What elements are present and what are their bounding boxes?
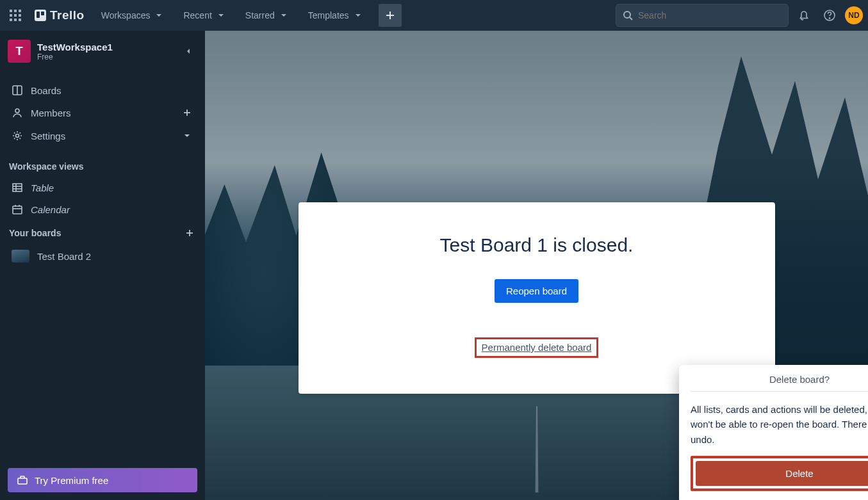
nav-starred[interactable]: Starred [238,6,297,24]
workspace-views-title: Workspace views [0,155,205,177]
add-member-button[interactable] [181,106,193,119]
svg-rect-8 [19,19,21,21]
sidebar-item-boards[interactable]: Boards [0,79,205,101]
board-thumbnail [12,250,29,262]
svg-rect-4 [14,14,17,17]
premium-button[interactable]: Try Premium free [8,468,197,492]
nav-workspaces[interactable]: Workspaces [94,6,172,24]
briefcase-icon [17,474,28,486]
create-button[interactable] [379,4,402,27]
plus-icon [184,228,195,238]
settings-expand[interactable] [181,129,193,142]
nav-label: Recent [183,10,211,20]
search-box[interactable] [616,4,789,27]
chevron-down-icon [279,10,289,20]
add-board-button[interactable] [183,227,196,239]
delete-button-highlight: Delete [691,456,868,491]
workspace-header: T TestWorkspace1 Free [0,31,205,72]
nav-recent[interactable]: Recent [176,6,233,24]
sidebar-collapse-button[interactable] [179,42,197,60]
svg-rect-0 [10,10,12,12]
workspace-plan: Free [37,52,173,61]
bell-icon [798,9,810,22]
reopen-board-button[interactable]: Reopen board [495,279,578,303]
search-input[interactable] [638,10,782,20]
svg-rect-1 [14,10,17,12]
svg-point-17 [15,109,19,113]
permanently-delete-highlight: Permanently delete board [475,337,599,358]
sidebar-item-label: Calendar [31,204,70,215]
chevron-down-icon [216,10,226,20]
sidebar-item-label: Boards [31,85,61,96]
nav-label: Templates [308,10,349,20]
svg-rect-6 [10,19,12,21]
sidebar-view-table[interactable]: Table [0,177,205,198]
notifications-button[interactable] [794,5,814,26]
svg-point-11 [624,12,630,18]
premium-label: Try Premium free [35,475,108,486]
svg-point-14 [829,18,830,19]
svg-rect-21 [13,184,22,191]
closed-board-title: Test Board 1 is closed. [324,234,749,256]
members-icon [12,107,23,118]
board-icon [12,85,23,96]
nav-label: Workspaces [101,10,151,20]
nav-templates[interactable]: Templates [300,6,371,24]
board-canvas: Test Board 1 is closed. Reopen board Per… [205,31,868,500]
svg-line-12 [630,17,632,20]
sidebar-board-item[interactable]: Test Board 2 [0,245,205,268]
avatar[interactable]: ND [845,6,863,24]
svg-rect-31 [18,478,27,484]
svg-point-20 [16,134,19,138]
chevron-down-icon [154,10,164,20]
svg-rect-7 [14,19,17,21]
help-icon [823,9,836,22]
help-button[interactable] [819,5,840,26]
sidebar-item-members[interactable]: Members [0,101,205,124]
sidebar: T TestWorkspace1 Free Boards Members [0,31,205,500]
your-boards-title: Your boards [0,220,205,245]
sidebar-item-label: Table [31,182,54,193]
plus-icon [182,108,192,118]
svg-rect-5 [19,14,21,17]
sidebar-item-label: Settings [31,131,173,141]
search-icon [623,10,633,20]
delete-confirm-button[interactable]: Delete [696,461,868,486]
sidebar-item-settings[interactable]: Settings [0,124,205,147]
popover-body-text: All lists, cards and actions will be del… [691,392,868,456]
permanently-delete-link[interactable]: Permanently delete board [482,342,592,353]
delete-board-popover: Delete board? All lists, cards and actio… [679,365,868,500]
gear-icon [12,130,23,141]
sidebar-item-label: Members [31,108,173,118]
chevron-left-icon [183,46,193,56]
workspace-name: TestWorkspace1 [37,42,173,52]
main: T TestWorkspace1 Free Boards Members [0,31,868,500]
svg-rect-3 [10,14,12,17]
plus-icon [384,10,396,21]
table-icon [12,182,23,193]
apps-menu-icon[interactable] [5,5,26,26]
trello-logo-icon [35,10,46,21]
svg-rect-25 [13,206,22,214]
svg-rect-2 [19,10,21,12]
sidebar-view-calendar[interactable]: Calendar [0,198,205,220]
nav-label: Starred [245,10,275,20]
chevron-down-icon [182,131,192,141]
workspace-icon: T [8,40,31,63]
global-header: Trello Workspaces Recent Starred Templat… [0,0,868,31]
calendar-icon [12,204,23,215]
chevron-down-icon [353,10,363,20]
sidebar-item-label: Test Board 2 [37,251,91,262]
trello-logo-text: Trello [50,8,85,22]
trello-logo[interactable]: Trello [29,8,90,22]
popover-title: Delete board? [769,374,830,385]
